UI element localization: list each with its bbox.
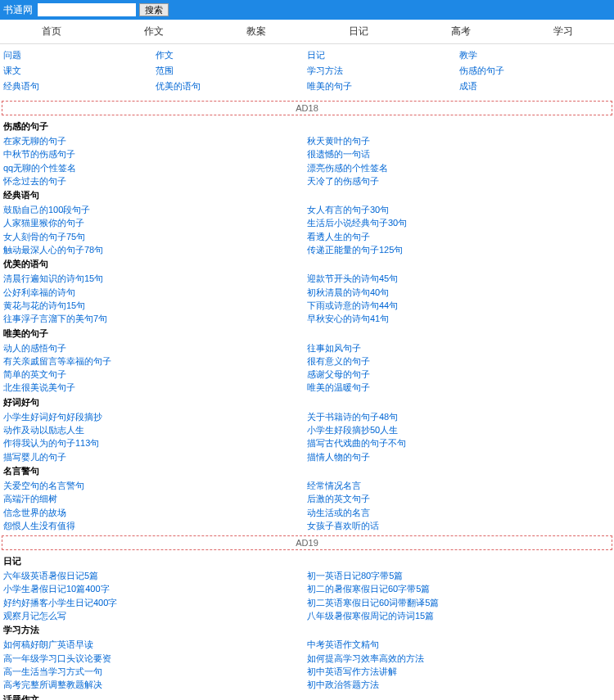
list-item[interactable]: 很遗憾的一句话 [307, 147, 611, 160]
list-item[interactable]: 小学生好词好句好段摘抄 [3, 410, 307, 423]
nav-item-4[interactable]: 高考 [409, 20, 512, 43]
list-item[interactable]: 经常情况名言 [307, 479, 611, 492]
link-grid: 鼓励自己的100段句子女人有言的句子30句人家猫里猴你的句子生活后小说经典句子3… [0, 203, 614, 256]
list-item[interactable]: 高考完整所调整教题解决 [3, 678, 307, 691]
list-item[interactable]: 很有意义的句子 [307, 355, 611, 368]
nav-item-3[interactable]: 日记 [307, 20, 409, 43]
list-item[interactable]: 感谢父母的句子 [307, 368, 611, 381]
list-item[interactable]: 生活后小说经典句子30句 [307, 216, 611, 229]
list-item[interactable]: 怨恨人生没有值得 [3, 519, 307, 532]
list-item[interactable]: 北生很美说美句子 [3, 381, 307, 394]
category-link[interactable]: 作文 [156, 47, 308, 63]
category-link[interactable]: 问题 [3, 47, 156, 63]
list-item[interactable]: 六年级英语暑假日记5篇 [3, 569, 307, 582]
list-item[interactable]: 初二的暑假寒假日记60字带5篇 [307, 582, 611, 595]
list-item[interactable]: 关于书籍诗的句子48句 [307, 410, 611, 423]
category-link[interactable]: 成语 [459, 79, 612, 94]
nav-item-0[interactable]: 首页 [0, 20, 102, 43]
list-item[interactable]: 清晨行遍知识的诗句15句 [3, 272, 307, 285]
ad-slot-1: AD18 [2, 101, 612, 115]
list-item[interactable]: 观察月记怎么写 [3, 609, 307, 622]
site-logo[interactable]: 书通网 [3, 3, 33, 17]
list-item[interactable]: 动作及动以励志人生 [3, 423, 307, 436]
main-nav: 首页作文教案日记高考学习 [0, 20, 614, 44]
category-link[interactable]: 学习方法 [307, 63, 459, 79]
list-item[interactable]: 作得我认为的句子113句 [3, 436, 307, 449]
list-item[interactable]: 女孩子喜欢听的话 [307, 519, 611, 532]
list-item[interactable]: 描写古代戏曲的句子不句 [307, 436, 611, 449]
list-item[interactable]: 女人刻骨的句子75句 [3, 230, 307, 243]
list-item[interactable]: 往事如风句子 [307, 341, 611, 355]
section-title: 伤感的句子 [0, 119, 614, 134]
category-link[interactable]: 伤感的句子 [459, 63, 612, 79]
link-grid: 清晨行遍知识的诗句15句迎款节开头的诗句45句公好利幸福的诗句初秋清晨的诗句40… [0, 272, 614, 325]
list-item[interactable]: 看透人生的句子 [307, 230, 611, 243]
list-item[interactable]: 传递正能量的句子125句 [307, 243, 611, 256]
list-item[interactable]: 动生活或的名言 [307, 506, 611, 519]
list-item[interactable]: 怀念过去的句子 [3, 174, 307, 187]
category-link[interactable]: 优美的语句 [156, 79, 308, 94]
list-item[interactable]: 高一年级学习口头议论要资 [3, 652, 307, 665]
list-item[interactable]: 迎款节开头的诗句45句 [307, 272, 611, 285]
nav-item-1[interactable]: 作文 [102, 20, 205, 43]
section-title: 唯美的句子 [0, 326, 614, 341]
list-item[interactable]: 唯美的温暖句子 [307, 381, 611, 394]
nav-item-5[interactable]: 学习 [512, 20, 614, 43]
category-grid: 问题作文日记教学课文范围学习方法伤感的句子经典语句优美的语句唯美的句子成语 [0, 44, 614, 97]
list-item[interactable]: 描情人物的句子 [307, 450, 611, 463]
list-item[interactable]: 简单的英文句子 [3, 368, 307, 381]
nav-item-2[interactable]: 教案 [205, 20, 307, 43]
list-item[interactable]: qq无聊的个性签名 [3, 161, 307, 174]
list-item[interactable]: 初秋清晨的诗句40句 [307, 286, 611, 299]
list-item[interactable]: 漂亮伤感的个性签名 [307, 161, 611, 174]
list-item[interactable]: 好约好播客小学生日记400字 [3, 596, 307, 609]
list-item[interactable]: 初二英语寒假日记60词带翻译5篇 [307, 596, 611, 609]
list-item[interactable]: 关爱空句的名言警句 [3, 479, 307, 492]
list-item[interactable]: 八年级暑假寒假周记的诗词15篇 [307, 609, 611, 622]
list-item[interactable]: 黄花与花的诗句15句 [3, 299, 307, 312]
list-item[interactable]: 信念世界的故场 [3, 506, 307, 519]
list-item[interactable]: 天冷了的伤感句子 [307, 174, 611, 187]
list-item[interactable]: 初一英语日记80字带5篇 [307, 569, 611, 582]
list-item[interactable]: 小学生暑假日记10篇400字 [3, 582, 307, 595]
list-item[interactable]: 有关亲戚留言等幸福的句子 [3, 355, 307, 368]
search-button[interactable]: 搜索 [139, 3, 169, 16]
category-link[interactable]: 课文 [3, 63, 156, 79]
list-item[interactable]: 如何稿好朗广英语早读 [3, 638, 307, 651]
category-link[interactable]: 范围 [156, 63, 308, 79]
list-item[interactable]: 人家猫里猴你的句子 [3, 216, 307, 229]
link-grid: 关爱空句的名言警句经常情况名言高端汗的细树后激的英文句子信念世界的故场动生活或的… [0, 479, 614, 532]
section-title: 经典语句 [0, 187, 614, 203]
search-input[interactable] [38, 3, 136, 16]
list-item[interactable]: 往事浮子言溜下的美句7句 [3, 312, 307, 325]
list-item[interactable]: 初中英语写作方法讲解 [307, 665, 611, 678]
category-link[interactable]: 教学 [459, 47, 612, 63]
list-item[interactable]: 早秋安心的诗句41句 [307, 312, 611, 325]
category-link[interactable]: 唯美的句子 [307, 79, 459, 94]
category-link[interactable]: 日记 [307, 47, 459, 63]
list-item[interactable]: 触动最深人心的句子78句 [3, 243, 307, 256]
list-item[interactable]: 动人的感悟句子 [3, 341, 307, 355]
link-grid: 六年级英语暑假日记5篇初一英语日记80字带5篇小学生暑假日记10篇400字初二的… [0, 569, 614, 622]
list-item[interactable]: 如何提高学习效率高效的方法 [307, 652, 611, 665]
list-item[interactable]: 在家无聊的句子 [3, 134, 307, 147]
list-item[interactable]: 秋天黄叶的句子 [307, 134, 611, 147]
list-item[interactable]: 下雨或诗意的诗句44句 [307, 299, 611, 312]
ad-slot-2: AD19 [2, 535, 612, 550]
section-title: 名言警句 [0, 463, 614, 479]
list-item[interactable]: 公好利幸福的诗句 [3, 286, 307, 299]
list-item[interactable]: 高端汗的细树 [3, 492, 307, 505]
category-link[interactable]: 经典语句 [3, 79, 156, 94]
list-item[interactable]: 初中政治答题方法 [307, 678, 611, 691]
list-item[interactable]: 中考英语作文精句 [307, 638, 611, 651]
link-grid: 小学生好词好句好段摘抄关于书籍诗的句子48句动作及动以励志人生小学生好段摘抄50… [0, 410, 614, 463]
list-item[interactable]: 小学生好段摘抄50人生 [307, 423, 611, 436]
list-item[interactable]: 鼓励自己的100段句子 [3, 203, 307, 216]
list-item[interactable]: 高一生活当学习方式一句 [3, 665, 307, 678]
list-item[interactable]: 后激的英文句子 [307, 492, 611, 505]
list-item[interactable]: 描写婴儿的句子 [3, 450, 307, 463]
list-item[interactable]: 中秋节的伤感句子 [3, 147, 307, 160]
section-title: 好词好句 [0, 395, 614, 410]
section-title: 话题作文 [0, 692, 614, 701]
list-item[interactable]: 女人有言的句子30句 [307, 203, 611, 216]
